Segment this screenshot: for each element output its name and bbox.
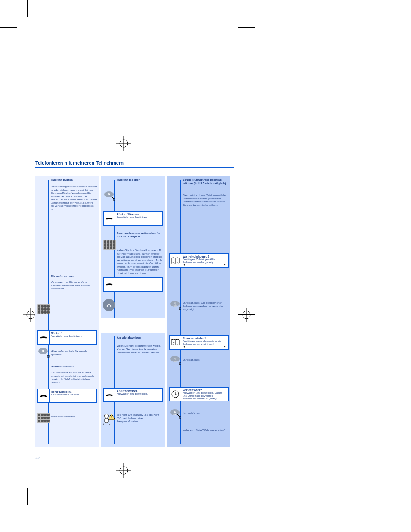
page-title: Telefonieren mit mehreren Teilnehmern: [35, 160, 234, 165]
action-body: Sie hören einen Wählton.: [51, 393, 80, 396]
svg-text:4: 4: [174, 411, 176, 414]
col2-warn: optiPoint 500 economy und optiPoint 500 …: [117, 414, 163, 423]
flow-tick: [107, 336, 114, 336]
action-text: Zeit der Wahl? Auswählen und bestätigen.…: [181, 388, 228, 401]
svg-text:!: !: [111, 415, 112, 419]
svg-point-18: [107, 305, 108, 307]
action-body: Auswählen und bestätigen.: [117, 216, 148, 218]
action-box: Rückruf löschen Auswählen und bestätigen…: [103, 211, 163, 226]
flow-tick: [41, 180, 48, 180]
column-gap: [101, 318, 165, 333]
action-body: Bestätigen. Zuletzt gewählte Rufnummer w…: [183, 258, 215, 264]
col2-headerA: Rückruf löschen: [117, 178, 163, 182]
col2-bodyC: Wenn Sie nicht gestört werden wollen, kö…: [117, 345, 163, 355]
svg-text:4: 4: [174, 302, 176, 305]
keypad-icon: [37, 304, 50, 314]
column-3: Letzte Rufnummer nochmal wählen (in USA …: [167, 176, 230, 447]
registration-mark-icon: [116, 463, 131, 478]
page-number: 22: [35, 456, 40, 460]
handset-icon: [104, 212, 115, 225]
col1-sub1: Rückruf speichern: [51, 275, 97, 278]
scroll-arrows-icon: ◄►: [183, 345, 226, 348]
action-body: Auswählen und bestätigen.: [51, 335, 82, 337]
col1-sub1-body: Voraussetzung: Ein angerufener Anschluß …: [51, 281, 97, 291]
flow-line: [180, 180, 181, 444]
action-body: Auswählen und bestätigen. Datum und Uhrz…: [183, 392, 222, 400]
action-title: Zeit der Wahl?: [183, 389, 227, 392]
robot-warning-icon: !: [102, 412, 117, 428]
col3-noteB: Lange drücken.: [183, 358, 229, 362]
action-text: Rückruf löschen Auswählen und bestätigen…: [115, 212, 162, 225]
crop-mark: [255, 488, 255, 505]
col2-bodyB: Haben Sie Ihre Durchwahlnummer z.B. auf …: [117, 249, 163, 275]
svg-text:GHI: GHI: [173, 305, 176, 307]
svg-line-23: [108, 423, 110, 425]
document-body: Telefonieren mit mehreren Teilnehmern Rü…: [35, 160, 234, 453]
col2-headerC: Anrufe abweisen: [117, 336, 163, 339]
svg-rect-21: [105, 418, 108, 423]
press-key-4-icon: 4GHI: [170, 356, 183, 367]
crop-mark: [0, 27, 17, 28]
registration-mark-icon: [116, 136, 131, 151]
col3-noteA: Lange drücken. Alle gespeicherten Rufnum…: [183, 302, 229, 311]
action-box: Wahlwiederholung? Bestätigen. Zuletzt ge…: [169, 253, 229, 268]
action-box: [103, 277, 163, 292]
col3-intro: Die zuletzt an Ihrem Telefon gewählten R…: [183, 194, 229, 207]
handset-icon: [104, 278, 115, 291]
press-key-icon: ✱: [104, 191, 117, 202]
columns: Rückruf nutzen Wenn ein angerufener Ansc…: [35, 176, 234, 447]
col2-headerB: Durchwahlnummer weitergeben (in USA nich…: [117, 232, 163, 238]
svg-text:✱: ✱: [42, 349, 45, 353]
action-title: Rückruf löschen: [117, 213, 161, 216]
keypad-icon: [103, 240, 116, 250]
svg-text:4: 4: [174, 357, 176, 360]
action-title: Anruf abweisen: [117, 389, 161, 392]
title-rule: [35, 167, 234, 168]
column-2: Rückruf löschen ✱ Rückruf löschen Auswäh…: [101, 176, 165, 447]
action-text: Anruf abweisen Auswählen und bestätigen.: [115, 389, 162, 401]
action-box: 4 Nummer wählen? Bestätigen, wenn die ge…: [169, 335, 229, 350]
column-1: Rückruf nutzen Wenn ein angerufener Ansc…: [35, 176, 99, 447]
keypad-icon: [37, 413, 50, 423]
clock-icon: [170, 388, 181, 401]
svg-point-20: [104, 414, 109, 418]
svg-line-22: [103, 423, 105, 425]
action-title: Hörer abheben.: [51, 390, 95, 393]
col1-sub2: Rückruf annehmen: [51, 365, 97, 369]
action-text: Hörer abheben. Sie hören einen Wählton.: [50, 389, 96, 402]
handset-icon: [104, 389, 115, 401]
handset-icon: [38, 331, 50, 344]
crop-mark: [0, 488, 17, 488]
col3-noteC: Lange drücken.: [183, 412, 229, 415]
action-box: Rückruf Auswählen und bestätigen.: [37, 330, 97, 345]
action-text: Rückruf Auswählen und bestätigen.: [50, 331, 96, 344]
dial-disc-icon: [103, 299, 115, 311]
action-text: [115, 278, 162, 291]
svg-text:✱: ✱: [108, 193, 111, 196]
col1-sub2-body: Ein Teilnehmer, für den ein Rückruf gesp…: [51, 371, 97, 384]
scroll-arrows-icon: ◄►: [183, 263, 226, 266]
book-icon: [170, 254, 181, 267]
press-key-4-icon: 4GHI: [170, 301, 183, 312]
flow-tick: [107, 180, 114, 180]
crop-mark: [238, 27, 255, 28]
book-numbered-icon: 4: [170, 336, 181, 349]
crop-mark: [238, 488, 255, 488]
col1-header: Rückruf nutzen: [51, 178, 97, 182]
action-box: Hörer abheben. Sie hören einen Wählton.: [37, 389, 97, 403]
handset-icon: [38, 389, 50, 402]
svg-point-19: [110, 305, 112, 307]
action-title: Nummer wählen?: [183, 337, 227, 340]
flow-tick: [173, 180, 180, 180]
press-key-icon: ✱: [38, 348, 51, 359]
svg-text:GHI: GHI: [173, 360, 176, 362]
action-body: Auswählen und bestätigen.: [117, 392, 148, 395]
col1-intro: Wenn ein angerufener Anschluß besetzt is…: [51, 185, 97, 211]
registration-mark-icon: [239, 308, 254, 322]
crop-mark: [27, 488, 28, 505]
col1-note1: Hörer auflegen, falls Sie gerade spreche…: [51, 350, 97, 356]
svg-text:GHI: GHI: [173, 414, 176, 416]
col1-note2: Teilnehmer anwählen.: [51, 415, 97, 419]
press-key-4-icon: 4GHI: [170, 409, 183, 420]
action-box: Anruf abweisen Auswählen und bestätigen.: [103, 388, 163, 402]
